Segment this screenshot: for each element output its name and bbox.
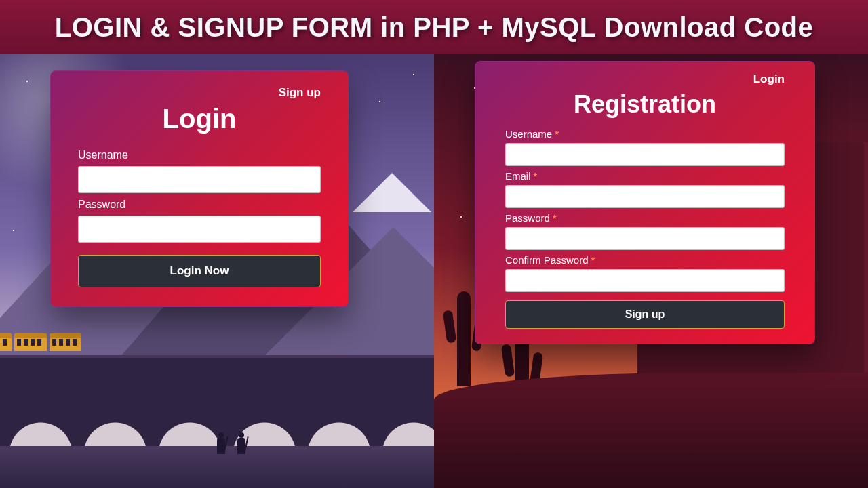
required-marker: * xyxy=(555,128,559,140)
reg-confirm-label: Confirm Password* xyxy=(505,254,785,266)
reg-password-label: Password* xyxy=(505,212,785,224)
login-link[interactable]: Login xyxy=(505,73,785,86)
ground-right xyxy=(434,373,868,488)
login-heading: Login xyxy=(78,104,321,134)
username-input[interactable] xyxy=(78,166,321,193)
required-marker: * xyxy=(553,212,557,224)
required-marker: * xyxy=(591,254,595,266)
required-marker: * xyxy=(534,170,538,182)
signup-link[interactable]: Sign up xyxy=(78,86,321,100)
password-input[interactable] xyxy=(78,216,321,243)
reg-username-label: Username* xyxy=(505,128,785,140)
login-button[interactable]: Login Now xyxy=(78,255,321,287)
pane-login: Sign up Login Username Password Login No… xyxy=(0,54,434,488)
stage: Sign up Login Username Password Login No… xyxy=(0,54,868,488)
signup-button[interactable]: Sign up xyxy=(505,300,785,329)
login-card: Sign up Login Username Password Login No… xyxy=(50,70,349,307)
reg-confirm-input[interactable] xyxy=(505,269,785,292)
reg-email-input[interactable] xyxy=(505,185,785,208)
signup-heading: Registration xyxy=(505,90,785,119)
banner-title: LOGIN & SIGNUP FORM in PHP + MySQL Downl… xyxy=(55,12,814,43)
reg-password-input[interactable] xyxy=(505,227,785,250)
cactus-icon xyxy=(457,291,471,386)
reg-email-label: Email* xyxy=(505,170,785,182)
reg-username-input[interactable] xyxy=(505,143,785,166)
pane-signup: Login Registration Username* Email* Pass… xyxy=(434,54,868,488)
signup-card: Login Registration Username* Email* Pass… xyxy=(475,61,815,344)
hikers-icon xyxy=(217,438,245,454)
train-icon xyxy=(0,333,81,355)
page-banner: LOGIN & SIGNUP FORM in PHP + MySQL Downl… xyxy=(0,0,868,54)
username-label: Username xyxy=(78,149,321,161)
password-label: Password xyxy=(78,199,321,211)
